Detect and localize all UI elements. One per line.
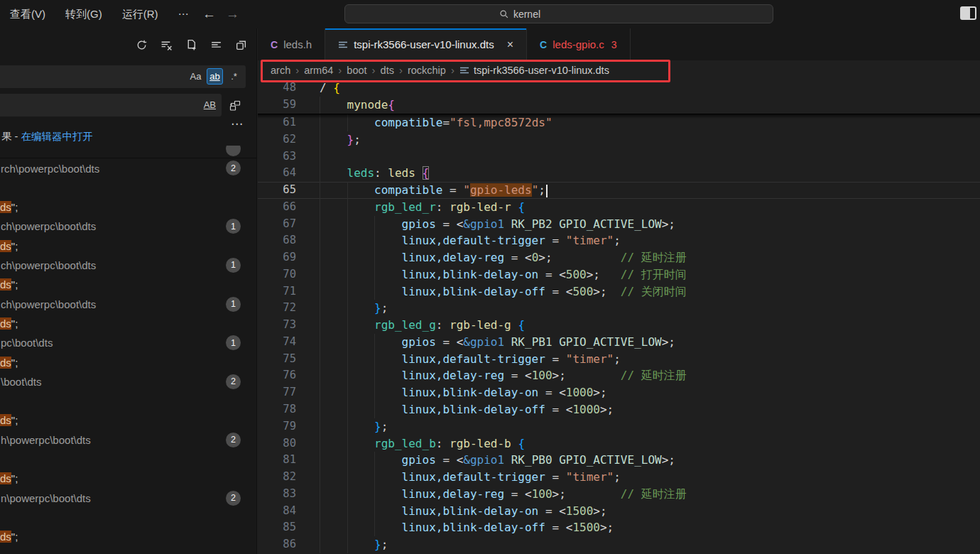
code-line[interactable]: 64 leds: leds { [258,165,980,182]
preserve-case-toggle[interactable]: AB [202,97,218,113]
back-arrow-icon[interactable]: ← [202,6,216,22]
collapse-all-icon[interactable] [234,38,248,52]
token: linux,delay-reg [402,369,505,382]
code-line[interactable]: 59 mynode{ [258,97,980,114]
tab-leds.h[interactable]: Cleds.h [258,28,325,60]
code-line[interactable]: 69 linux,delay-reg = <0>; // 延时注册 [258,249,980,266]
search-result-file-row[interactable]: ch\powerpc\boot\dts1 [0,295,256,314]
search-result-file-row[interactable]: \boot\dts2 [0,372,256,391]
token: = < [538,268,566,281]
code-line-content: linux,delay-reg = <100>; // 延时注册 [320,367,687,384]
code-line[interactable]: 65 compatible = "gpio-leds"; [258,182,980,199]
search-result-match-row[interactable]: ds"; [0,469,256,488]
code-line[interactable]: 83 linux,delay-reg = <100>; // 延时注册 [258,486,980,503]
new-search-editor-icon[interactable] [184,38,198,52]
tab-problems-badge: 3 [611,39,617,50]
tab-leds-gpio.c[interactable]: Cleds-gpio.c3 [527,28,630,60]
open-in-editor-link[interactable]: 在编辑器中打开 [21,131,93,142]
code-line[interactable]: 77 linux,blink-delay-on = <1000>; [258,384,980,401]
menu-item[interactable]: 转到(G) [55,4,112,24]
code-line[interactable]: 62 }; [258,131,980,148]
code-line[interactable]: 68 linux,default-trigger = "timer"; [258,232,980,249]
menu-item[interactable]: ⋯ [168,4,199,24]
code-line[interactable]: 76 linux,delay-reg = <100>; // 延时注册 [258,367,980,384]
search-result-partial-row[interactable] [0,146,256,158]
breadcrumb-segment[interactable]: boot [347,65,366,76]
menu-item[interactable]: 运行(R) [112,4,168,24]
toggle-search-details-icon[interactable]: ⋯ [229,116,246,129]
code-line[interactable]: 80 rgb_led_b: rgb-led-b { [258,435,980,452]
search-result-match-row[interactable]: ds"; [0,527,256,546]
indent-guide [320,249,320,266]
search-result-file-row[interactable]: rch\powerpc\boot\dts2 [0,158,256,178]
menu-item[interactable]: 查看(V) [0,4,55,24]
breadcrumb-segment[interactable]: arm64 [304,65,333,76]
code-line[interactable]: 63 [258,148,980,165]
search-result-file-row[interactable]: n\powerpc\boot\dts2 [0,489,256,508]
search-result-file-row[interactable]: ch\powerpc\boot\dts1 [0,217,256,236]
replace-all-icon[interactable] [227,97,244,114]
search-result-match-row[interactable]: ds"; [0,237,256,256]
match-count-badge: 2 [226,161,241,175]
search-result-file-row[interactable]: ch\powerpc\boot\dts1 [0,256,256,275]
code-line[interactable]: 79 }; [258,418,980,435]
layout-sidebar-icon[interactable] [960,6,976,20]
token: ; [538,183,545,197]
search-result-match-row[interactable]: ds"; [0,197,256,217]
breadcrumb-file[interactable]: tspi-rk3566-user-v10-linux.dts [459,65,609,76]
regex-toggle[interactable]: .* [226,68,242,85]
code-line[interactable]: 85 linux,blink-delay-off = <1500>; [258,519,980,536]
line-number: 59 [258,97,296,114]
tab-label: leds.h [283,38,312,50]
tab-tspi-rk3566-user-v10-linux.dts[interactable]: tspi-rk3566-user-v10-linux.dts× [325,28,527,60]
indent-guide [347,317,348,334]
code-line[interactable]: 66 rgb_led_r: rgb-led-r { [258,199,980,216]
breadcrumb[interactable]: arch›arm64›boot›dts›rockchip›tspi-rk3566… [258,60,980,80]
search-result-file-row[interactable]: pc\boot\dts1 [0,333,256,352]
code-line[interactable]: 81 gpios = <&gpio1 RK_PB0 GPIO_ACTIVE_LO… [258,452,980,469]
code-line[interactable]: 78 linux,blink-delay-off = <1000>; [258,401,980,418]
code-line[interactable]: 67 gpios = <&gpio1 RK_PB2 GPIO_ACTIVE_LO… [258,216,980,233]
search-result-match-row[interactable]: ds"; [0,352,256,371]
code-line[interactable]: 72 }; [258,300,980,317]
expand-all-icon[interactable] [209,38,223,52]
code-line[interactable]: 71 linux,blink-delay-off = <500>; // 关闭时… [258,283,980,300]
forward-arrow-icon[interactable]: → [226,6,239,22]
whole-word-toggle[interactable]: ab [207,68,223,85]
code-line[interactable]: 84 linux,blink-delay-on = <1500>; [258,503,980,520]
breadcrumb-segment[interactable]: rockchip [408,65,446,76]
clear-search-results-icon[interactable] [159,38,173,52]
code-line[interactable]: 74 gpios = <&gpio1 RK_PB1 GPIO_ACTIVE_LO… [258,334,980,351]
token: linux,blink-delay-on [402,386,539,399]
code-area[interactable]: 61 compatible="fsl,mpc8572ds"62 };6364 l… [258,114,980,554]
breadcrumb-segment[interactable]: dts [381,65,394,76]
indent-guide [347,182,348,199]
token [511,200,518,214]
token: RK_PB0 [511,453,552,467]
code-line[interactable]: 70 linux,blink-delay-on = <500>; // 打开时间 [258,266,980,283]
line-number: 74 [258,334,296,351]
token [320,285,402,298]
replace-input[interactable]: AB [0,94,222,116]
token [552,217,560,231]
code-line-content: linux,blink-delay-on = <500>; // 打开时间 [320,266,687,283]
code-line[interactable]: 86 }; [258,536,980,553]
search-result-match-row[interactable]: ds"; [0,411,256,430]
search-result-match-row[interactable]: ds"; [0,275,256,294]
code-line[interactable]: 75 linux,default-trigger = "timer"; [258,351,980,368]
code-line[interactable]: 82 linux,default-trigger = "timer"; [258,469,980,486]
breadcrumb-segment[interactable]: arch [271,65,290,76]
code-line[interactable]: 73 rgb_led_g: rgb-led-g { [258,317,980,334]
refresh-icon[interactable] [134,38,148,52]
match-case-toggle[interactable]: Aa [187,68,204,85]
code-line[interactable]: 48/ { [258,80,980,97]
search-result-file-row[interactable]: h\powerpc\boot\dts2 [0,430,256,450]
token [320,403,402,416]
search-result-match-row[interactable]: ds"; [0,314,256,333]
indent-guide [320,334,320,351]
search-input[interactable]: Aaab.* [0,65,246,88]
token: gpios [402,335,436,349]
sticky-scroll[interactable]: 48/ {59 mynode{ [258,80,980,114]
command-center-search[interactable]: kernel [344,4,773,23]
close-icon[interactable]: × [507,38,513,51]
